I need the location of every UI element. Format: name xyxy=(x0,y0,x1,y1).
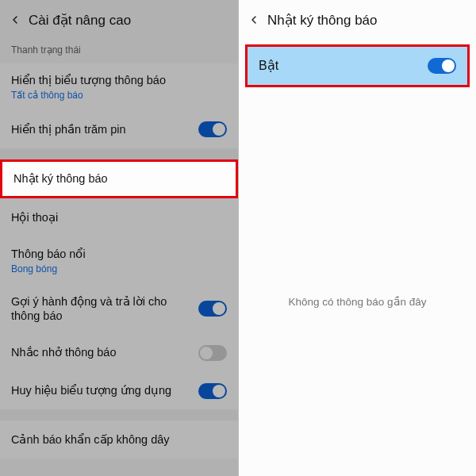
notification-reminder-toggle[interactable] xyxy=(198,345,227,361)
enable-log-toggle[interactable] xyxy=(428,58,456,74)
row-wireless-emergency[interactable]: Cảnh báo khẩn cấp không dây xyxy=(0,420,238,459)
row-conversation[interactable]: Hội thoại xyxy=(0,198,238,236)
row-title: Huy hiệu biểu tượng ứng dụng xyxy=(11,383,198,398)
status-bar-section-label: Thanh trạng thái xyxy=(0,40,238,63)
battery-percent-toggle[interactable] xyxy=(198,121,227,137)
enable-label: Bật xyxy=(259,58,428,75)
notification-log-screen: Nhật ký thông báo Bật Không có thông báo… xyxy=(238,0,476,476)
row-subtitle: Bong bóng xyxy=(11,263,227,274)
row-enable-log[interactable]: Bật xyxy=(248,47,467,85)
app-icon-badge-toggle[interactable] xyxy=(198,383,227,399)
back-icon[interactable] xyxy=(6,11,24,29)
row-title: Cảnh báo khẩn cấp không dây xyxy=(11,432,227,447)
row-notification-reminder[interactable]: Nhắc nhở thông báo xyxy=(0,333,238,371)
row-title: Nhắc nhở thông báo xyxy=(11,345,198,360)
row-battery-percent[interactable]: Hiển thị phần trăm pin xyxy=(0,110,238,148)
enable-row-highlight: Bật xyxy=(245,44,470,87)
page-title: Nhật ký thông báo xyxy=(267,12,378,29)
row-title: Nhật ký thông báo xyxy=(13,171,225,186)
row-suggest-actions[interactable]: Gợi ý hành động và trả lời cho thông báo xyxy=(0,284,238,334)
divider xyxy=(0,409,238,420)
row-title: Gợi ý hành động và trả lời cho thông báo xyxy=(11,294,198,324)
row-title: Hiển thị phần trăm pin xyxy=(11,122,198,137)
advanced-settings-screen: Cài đặt nâng cao Thanh trạng thái Hiển t… xyxy=(0,0,238,476)
page-title: Cài đặt nâng cao xyxy=(29,12,131,29)
row-subtitle: Tất cả thông báo xyxy=(11,90,227,101)
row-title: Thông báo nổi xyxy=(11,247,227,262)
row-bubble-notification[interactable]: Thông báo nổi Bong bóng xyxy=(0,236,238,284)
row-show-notification-icons[interactable]: Hiển thị biểu tượng thông báo Tất cả thô… xyxy=(0,63,238,110)
row-title: Hiển thị biểu tượng thông báo xyxy=(11,73,227,88)
row-title: Hội thoại xyxy=(11,210,227,225)
row-app-icon-badge[interactable]: Huy hiệu biểu tượng ứng dụng xyxy=(0,371,238,409)
divider xyxy=(0,148,238,159)
row-notification-log[interactable]: Nhật ký thông báo xyxy=(0,159,238,198)
back-icon[interactable] xyxy=(245,11,263,29)
header: Nhật ký thông báo xyxy=(239,0,476,40)
header: Cài đặt nâng cao xyxy=(0,0,238,40)
suggest-actions-toggle[interactable] xyxy=(198,301,227,317)
empty-state-message: Không có thông báo gần đây xyxy=(239,295,476,308)
